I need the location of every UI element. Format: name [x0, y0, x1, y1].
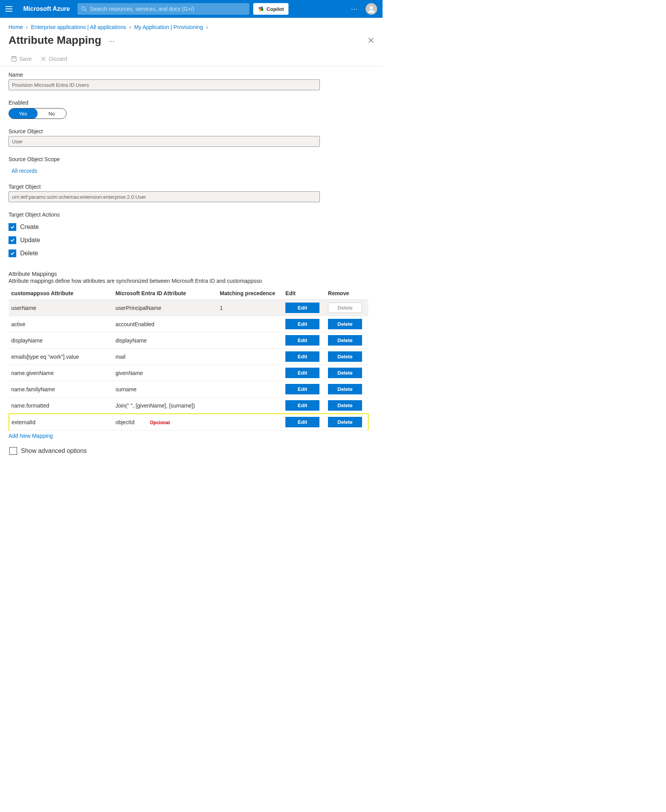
edit-button[interactable]: Edit [285, 303, 319, 313]
close-icon [40, 56, 46, 62]
delete-button[interactable]: Delete [328, 368, 362, 378]
cell-remove: Delete [326, 414, 368, 430]
source-object-label: Source Object [9, 128, 374, 134]
cell-precedence [218, 414, 283, 430]
search-icon [81, 6, 87, 12]
cell-remove: Delete [326, 365, 368, 381]
show-advanced-checkbox[interactable] [9, 447, 17, 455]
breadcrumb-item[interactable]: Enterprise applications | All applicatio… [31, 24, 126, 30]
svg-point-0 [82, 7, 86, 10]
delete-button[interactable]: Delete [328, 335, 362, 346]
more-icon[interactable]: ⋯ [108, 38, 115, 45]
cell-target: name.formatted [9, 397, 113, 414]
cell-source: userPrincipalName [113, 300, 217, 316]
copilot-label: Copilot [266, 6, 284, 12]
discard-button[interactable]: Discard [40, 56, 67, 62]
mappings-title: Attribute Mappings [9, 270, 374, 277]
cell-source: mail [113, 349, 217, 365]
more-icon[interactable]: ⋯ [351, 5, 359, 13]
edit-button[interactable]: Edit [285, 335, 319, 346]
cell-edit: Edit [283, 316, 326, 332]
show-advanced-label: Show advanced options [21, 447, 87, 454]
cell-target: displayName [9, 332, 113, 349]
table-row: name.formattedJoin(" ", [givenName], [su… [9, 397, 368, 414]
cell-source: givenName [113, 365, 217, 381]
cell-source: surname [113, 381, 217, 397]
cell-target: emails[type eq "work"].value [9, 349, 113, 365]
target-actions-label: Target Object Actions [9, 212, 374, 218]
cell-edit: Edit [283, 397, 326, 414]
toggle-no[interactable]: No [37, 108, 66, 119]
mappings-desc: Attribute mappings define how attributes… [9, 278, 374, 284]
cell-precedence [218, 381, 283, 397]
cell-precedence [218, 365, 283, 381]
avatar[interactable] [366, 3, 377, 15]
cell-edit: Edit [283, 365, 326, 381]
brand-label[interactable]: Microsoft Azure [23, 5, 70, 12]
cell-remove: Delete [326, 397, 368, 414]
cell-precedence [218, 349, 283, 365]
delete-button[interactable]: Delete [328, 384, 362, 394]
enabled-toggle[interactable]: Yes No [9, 108, 67, 119]
edit-button[interactable]: Edit [285, 400, 319, 411]
cell-target: active [9, 316, 113, 332]
svg-point-4 [259, 9, 261, 11]
edit-button[interactable]: Edit [285, 368, 319, 378]
update-checkbox[interactable] [9, 236, 16, 244]
breadcrumb-item[interactable]: My Application | Provisioning [134, 24, 203, 30]
delete-button[interactable]: Delete [328, 400, 362, 411]
table-row: externalIdobjectIdOpcionalEditDelete [9, 414, 368, 430]
cell-precedence [218, 316, 283, 332]
delete-button: Delete [328, 303, 362, 313]
toggle-yes[interactable]: Yes [9, 108, 38, 119]
edit-button[interactable]: Edit [285, 384, 319, 394]
source-object-field[interactable] [9, 136, 320, 147]
source-scope-link[interactable]: All records [12, 168, 37, 174]
opcional-badge: Opcional [150, 420, 170, 425]
cell-remove: Delete [326, 349, 368, 365]
target-object-label: Target Object [9, 184, 374, 190]
delete-checkbox[interactable] [9, 249, 16, 257]
source-scope-label: Source Object Scope [9, 156, 374, 162]
cell-edit: Edit [283, 349, 326, 365]
edit-button[interactable]: Edit [285, 319, 319, 329]
col-prec: Matching precedence [218, 287, 283, 300]
svg-point-2 [259, 7, 261, 9]
cell-source: accountEnabled [113, 316, 217, 332]
cell-remove: Delete [326, 300, 368, 316]
cell-target: name.familyName [9, 381, 113, 397]
delete-button[interactable]: Delete [328, 319, 362, 329]
close-icon[interactable] [368, 37, 374, 45]
search-input[interactable]: Search resources, services, and docs (G+… [77, 3, 249, 15]
col-edit: Edit [283, 287, 326, 300]
table-row: activeaccountEnabledEditDelete [9, 316, 368, 332]
delete-label: Delete [20, 250, 38, 257]
person-icon [367, 5, 375, 13]
cell-source: objectIdOpcional [113, 414, 217, 430]
discard-label: Discard [49, 56, 67, 62]
menu-icon[interactable] [5, 6, 12, 12]
copilot-button[interactable]: Copilot [253, 3, 288, 15]
delete-button[interactable]: Delete [328, 417, 362, 427]
save-button[interactable]: Save [11, 56, 32, 62]
add-mapping-link[interactable]: Add New Mapping [9, 433, 53, 439]
cell-source: displayName [113, 332, 217, 349]
cell-remove: Delete [326, 332, 368, 349]
table-row: emails[type eq "work"].valuemailEditDele… [9, 349, 368, 365]
col-source: Microsoft Entra ID Attribute [113, 287, 217, 300]
create-checkbox[interactable] [9, 223, 16, 231]
cell-source: Join(" ", [givenName], [surname]) [113, 397, 217, 414]
breadcrumb-item[interactable]: Home [9, 24, 23, 30]
update-label: Update [20, 237, 40, 244]
delete-button[interactable]: Delete [328, 351, 362, 362]
chevron-right-icon: › [206, 24, 208, 30]
enabled-label: Enabled [9, 100, 374, 106]
table-row: name.familyNamesurnameEditDelete [9, 381, 368, 397]
table-row: displayNamedisplayNameEditDelete [9, 332, 368, 349]
target-object-field[interactable] [9, 191, 320, 202]
mappings-table: customappsso Attribute Microsoft Entra I… [9, 287, 369, 430]
svg-line-1 [85, 10, 87, 11]
name-field[interactable] [9, 79, 320, 90]
edit-button[interactable]: Edit [285, 351, 319, 362]
edit-button[interactable]: Edit [285, 417, 319, 427]
